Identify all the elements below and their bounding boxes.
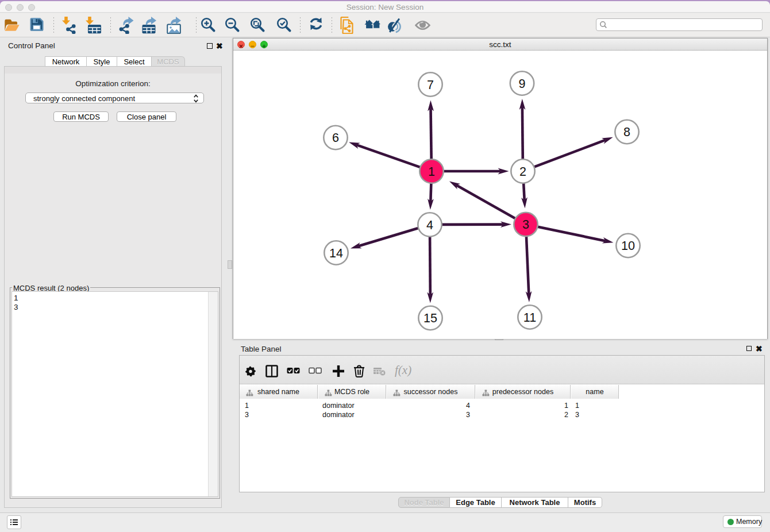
svg-text:15: 15 bbox=[424, 311, 437, 325]
svg-text:4: 4 bbox=[426, 218, 433, 232]
svg-text:2: 2 bbox=[519, 165, 526, 179]
svg-text:1: 1 bbox=[428, 165, 435, 179]
svg-text:14: 14 bbox=[329, 246, 343, 260]
svg-text:11: 11 bbox=[523, 311, 536, 325]
svg-text:9: 9 bbox=[519, 77, 526, 91]
svg-text:7: 7 bbox=[427, 78, 434, 92]
svg-text:3: 3 bbox=[522, 218, 529, 232]
svg-text:8: 8 bbox=[623, 125, 630, 139]
svg-text:6: 6 bbox=[332, 131, 339, 145]
svg-text:10: 10 bbox=[621, 239, 635, 253]
